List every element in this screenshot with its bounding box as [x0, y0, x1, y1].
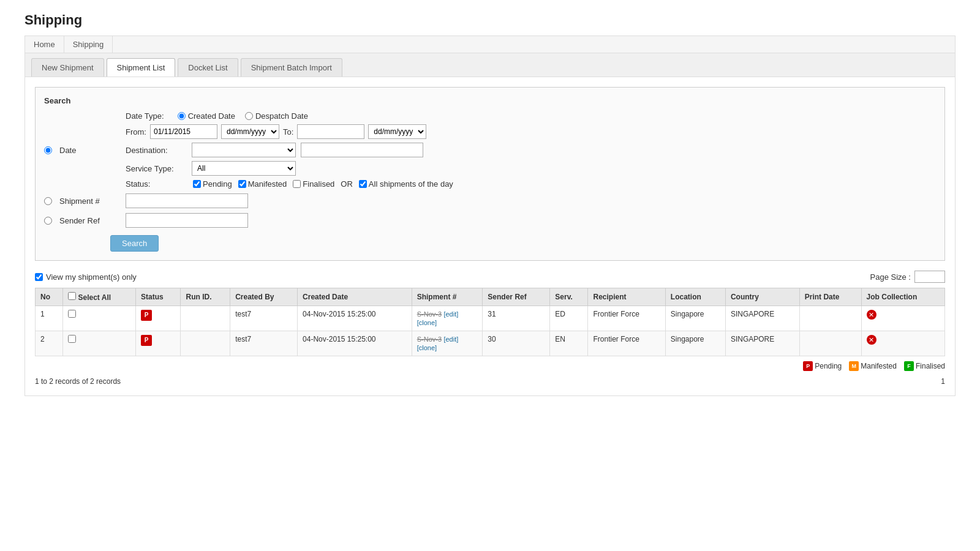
pending-checkbox-label[interactable]: Pending [193, 179, 232, 189]
tab-shipment-list[interactable]: Shipment List [107, 58, 176, 77]
breadcrumb-shipping[interactable]: Shipping [64, 36, 113, 53]
cell-status: P [136, 331, 181, 356]
tab-new-shipment[interactable]: New Shipment [31, 58, 104, 77]
cell-no: 2 [36, 331, 63, 356]
col-job-collection: Job Collection [861, 288, 944, 306]
pending-legend-label: Pending [815, 362, 842, 370]
service-type-label: Service Type: [126, 164, 187, 173]
pending-legend-badge: P [803, 361, 813, 371]
service-type-select[interactable]: All [192, 161, 296, 176]
legend-pending: P Pending [803, 361, 842, 371]
edit-link-0[interactable]: [edit] [443, 310, 458, 318]
from-date-input[interactable] [150, 124, 217, 139]
delete-btn-1[interactable]: ✕ [867, 335, 876, 345]
despatch-date-radio[interactable] [245, 112, 253, 120]
cell-created-by: test7 [230, 306, 298, 331]
search-box: Search Date Date Type: Created Date [35, 87, 945, 261]
records-text: 1 to 2 records of 2 records [35, 377, 121, 386]
cell-no: 1 [36, 306, 63, 331]
cell-created-date: 04-Nov-2015 15:25:00 [298, 331, 412, 356]
col-recipient: Recipient [588, 288, 665, 306]
status-row: Status: Pending Manifested Finalised [126, 179, 453, 189]
legend-finalised: F Finalised [904, 361, 945, 371]
delete-btn-0[interactable]: ✕ [867, 310, 876, 320]
finalised-checkbox[interactable] [293, 180, 301, 188]
cell-serv: EN [550, 331, 588, 356]
finalised-checkbox-label[interactable]: Finalised [293, 179, 334, 189]
col-location: Location [665, 288, 725, 306]
content-area: Search Date Date Type: Created Date [25, 77, 955, 395]
breadcrumb-home[interactable]: Home [25, 36, 64, 53]
row-checkbox-1[interactable] [68, 335, 76, 343]
cell-country: SINGAPORE [725, 306, 799, 331]
cell-run-id [181, 306, 230, 331]
date-type-row: Date Type: Created Date Despatch Date [126, 111, 453, 121]
created-date-option[interactable]: Created Date [178, 111, 235, 121]
col-print-date: Print Date [799, 288, 861, 306]
manifested-checkbox[interactable] [238, 180, 246, 188]
tab-docket-list[interactable]: Docket List [178, 58, 238, 77]
to-label: To: [283, 127, 293, 137]
destination-text-input[interactable] [301, 143, 423, 157]
manifested-legend-badge: M [849, 361, 859, 371]
shipment-num-input[interactable] [126, 193, 248, 208]
cell-shipment-num: S-Nov-3 [edit] [clone] [412, 306, 483, 331]
destination-select[interactable] [192, 143, 296, 157]
clone-link-0[interactable]: [clone] [417, 319, 437, 326]
view-my-shipments-label[interactable]: View my shipment(s) only [35, 272, 137, 282]
sender-ref-radio[interactable] [44, 217, 52, 225]
row-checkbox-0[interactable] [68, 310, 76, 318]
cell-country: SINGAPORE [725, 331, 799, 356]
edit-link-1[interactable]: [edit] [443, 335, 458, 343]
table-row: 1 P test7 04-Nov-2015 15:25:00 S-Nov-3 [… [36, 306, 945, 331]
created-date-radio[interactable] [178, 112, 186, 120]
service-type-row: Service Type: All [126, 161, 453, 176]
legend-manifested: M Manifested [849, 361, 897, 371]
shipment-num-link-0[interactable]: S-Nov-3 [417, 310, 442, 318]
tab-batch-import[interactable]: Shipment Batch Import [241, 58, 342, 77]
from-date-format-select[interactable]: dd/mm/yyyy [221, 124, 279, 139]
date-radio[interactable] [44, 146, 52, 154]
cell-job-collection: ✕ [861, 306, 944, 331]
pagination-row: 1 to 2 records of 2 records 1 [35, 377, 945, 386]
cell-created-by: test7 [230, 331, 298, 356]
page-title: Shipping [24, 12, 956, 28]
finalised-legend-badge: F [904, 361, 914, 371]
cell-print-date [799, 331, 861, 356]
status-badge-1: P [141, 335, 152, 346]
pending-checkbox[interactable] [193, 180, 201, 188]
all-shipments-checkbox[interactable] [359, 180, 367, 188]
sender-ref-input[interactable] [126, 213, 248, 228]
search-button[interactable]: Search [110, 235, 159, 252]
date-label: Date [59, 146, 121, 155]
clone-link-1[interactable]: [clone] [417, 344, 437, 351]
date-range-row: From: dd/mm/yyyy To: dd/mm/yyyy [126, 124, 453, 139]
search-title: Search [44, 96, 936, 105]
select-all-checkbox[interactable] [68, 292, 76, 300]
sender-ref-label: Sender Ref [59, 216, 121, 225]
despatch-date-option[interactable]: Despatch Date [245, 111, 308, 121]
table-row: 2 P test7 04-Nov-2015 15:25:00 S-Nov-3 [… [36, 331, 945, 356]
manifested-legend-label: Manifested [861, 362, 897, 370]
cell-checkbox [63, 331, 136, 356]
to-date-format-select[interactable]: dd/mm/yyyy [368, 124, 426, 139]
manifested-checkbox-label[interactable]: Manifested [238, 179, 287, 189]
cell-print-date [799, 306, 861, 331]
shipment-num-link-1[interactable]: S-Nov-3 [417, 335, 442, 343]
col-select-all: Select All [63, 288, 136, 306]
status-label: Status: [126, 179, 187, 189]
col-status: Status [136, 288, 181, 306]
page-size-input[interactable]: 100 [914, 271, 945, 283]
view-my-shipments-checkbox[interactable] [35, 273, 43, 281]
col-sender-ref: Sender Ref [483, 288, 550, 306]
cell-job-collection: ✕ [861, 331, 944, 356]
date-type-label: Date Type: [126, 111, 164, 121]
all-shipments-label[interactable]: All shipments of the day [359, 179, 453, 189]
to-date-input[interactable] [297, 124, 364, 139]
breadcrumb: Home Shipping [24, 36, 956, 53]
destination-row: Destination: [126, 143, 453, 157]
page-number: 1 [941, 377, 945, 386]
shipment-num-radio[interactable] [44, 197, 52, 205]
status-badge-0: P [141, 310, 152, 321]
or-label: OR [341, 179, 353, 189]
